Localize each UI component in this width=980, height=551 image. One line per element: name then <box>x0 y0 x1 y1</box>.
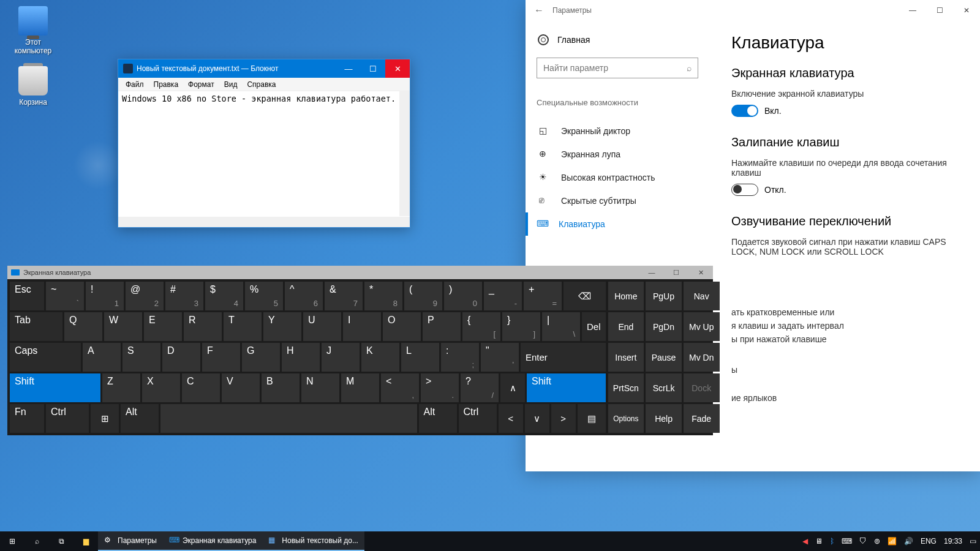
key-j[interactable]: J <box>322 343 360 372</box>
key-quote[interactable]: "' <box>481 343 519 372</box>
key-alt-left[interactable]: Alt <box>121 404 159 433</box>
key-x[interactable]: X <box>142 373 180 402</box>
taskbar-app-notepad[interactable]: ▦Новый текстовый до... <box>262 531 364 551</box>
notepad-text-area[interactable]: Windows 10 x86 no Store - экранная клави… <box>118 91 410 215</box>
key-w[interactable]: W <box>104 312 142 341</box>
task-view-button[interactable]: ⧉ <box>49 531 74 551</box>
tray-clock[interactable]: 19:33 <box>944 537 962 545</box>
key-mvup[interactable]: Mv Up <box>684 312 720 341</box>
key-6[interactable]: ^6 <box>285 282 323 310</box>
key-down[interactable]: ∨ <box>525 404 549 433</box>
key-pgdn[interactable]: PgDn <box>646 312 682 341</box>
menu-file[interactable]: Файл <box>121 79 149 90</box>
key-menu[interactable]: ▤ <box>578 404 606 433</box>
tray-input-icon[interactable]: ⌨ <box>842 537 852 545</box>
key-nav[interactable]: Nav <box>684 282 720 310</box>
key-slash[interactable]: ?/ <box>461 373 499 402</box>
key-h[interactable]: H <box>282 343 320 372</box>
back-button[interactable]: ← <box>526 5 552 16</box>
key-shift-right[interactable]: Shift <box>527 373 606 402</box>
key-options[interactable]: Options <box>608 404 644 433</box>
desktop-icon-recycle-bin[interactable]: Корзина <box>10 66 56 107</box>
key-y[interactable]: Y <box>263 312 301 341</box>
key-g[interactable]: G <box>242 343 280 372</box>
key-shift-left[interactable]: Shift <box>10 373 100 402</box>
key-minus[interactable]: _- <box>484 282 522 310</box>
sticky-keys-toggle[interactable] <box>731 184 758 196</box>
key-home[interactable]: Home <box>608 282 644 310</box>
desktop-icon-this-pc[interactable]: Этот компьютер <box>10 6 56 55</box>
key-9[interactable]: (9 <box>404 282 442 310</box>
key-l[interactable]: L <box>401 343 439 372</box>
sidebar-item-captions[interactable]: ⎚Скрытые субтитры <box>537 189 702 212</box>
taskbar-app-osk[interactable]: ⌨Экранная клавиатура <box>163 531 262 551</box>
key-rbracket[interactable]: }] <box>502 312 540 341</box>
close-button[interactable]: ✕ <box>385 59 410 78</box>
key-3[interactable]: #3 <box>165 282 203 310</box>
key-8[interactable]: *8 <box>364 282 402 310</box>
key-p[interactable]: P <box>423 312 461 341</box>
key-z[interactable]: Z <box>102 373 140 402</box>
tray-volume-icon[interactable]: 🔊 <box>904 537 913 545</box>
key-dock[interactable]: Dock <box>684 373 720 402</box>
file-explorer-button[interactable]: ▆ <box>74 531 98 551</box>
key-fade[interactable]: Fade <box>684 404 720 433</box>
tray-shield-icon[interactable]: ⛉ <box>859 537 867 545</box>
sidebar-item-magnifier[interactable]: ⊕Экранная лупа <box>537 143 702 166</box>
key-esc[interactable]: Esc <box>10 282 44 310</box>
tray-alert-icon[interactable]: ◀ <box>802 537 808 545</box>
maximize-button[interactable]: ☐ <box>361 59 385 78</box>
maximize-button[interactable]: ☐ <box>664 269 688 277</box>
menu-help[interactable]: Справка <box>242 79 281 90</box>
key-alt-right[interactable]: Alt <box>419 404 457 433</box>
key-pgup[interactable]: PgUp <box>646 282 682 310</box>
key-period[interactable]: >. <box>421 373 459 402</box>
close-button[interactable]: ✕ <box>953 0 980 21</box>
key-f[interactable]: F <box>202 343 240 372</box>
key-end[interactable]: End <box>608 312 644 341</box>
start-button[interactable]: ⊞ <box>0 531 24 551</box>
key-backslash[interactable]: |\ <box>542 312 580 341</box>
key-fn[interactable]: Fn <box>10 404 44 433</box>
key-s[interactable]: S <box>123 343 160 372</box>
key-m[interactable]: M <box>341 373 379 402</box>
sidebar-item-narrator[interactable]: ◱Экранный диктор <box>537 119 702 143</box>
osk-toggle[interactable] <box>731 105 758 117</box>
key-u[interactable]: U <box>303 312 341 341</box>
osk-titlebar[interactable]: Экранная клавиатура — ☐ ✕ <box>7 266 713 279</box>
search-button[interactable]: ⌕ <box>24 531 49 551</box>
tray-bluetooth-icon[interactable]: ᛒ <box>830 537 834 545</box>
menu-edit[interactable]: Правка <box>149 79 184 90</box>
key-2[interactable]: @2 <box>126 282 164 310</box>
key-insert[interactable]: Insert <box>608 343 644 372</box>
tray-notifications-icon[interactable]: ▭ <box>970 537 976 545</box>
key-lbracket[interactable]: {[ <box>462 312 500 341</box>
tray-wifi-icon[interactable]: 📶 <box>888 537 897 545</box>
key-q[interactable]: Q <box>64 312 102 341</box>
minimize-button[interactable]: — <box>899 0 926 21</box>
key-del[interactable]: Del <box>582 312 606 341</box>
minimize-button[interactable]: — <box>336 59 361 78</box>
key-help[interactable]: Help <box>646 404 682 433</box>
key-up[interactable]: ∧ <box>500 373 525 402</box>
sidebar-item-keyboard[interactable]: ⌨Клавиатура <box>526 212 702 236</box>
key-equals[interactable]: += <box>524 282 562 310</box>
key-k[interactable]: K <box>361 343 399 372</box>
key-b[interactable]: B <box>262 373 300 402</box>
notepad-titlebar[interactable]: Новый текстовый документ.txt — Блокнот —… <box>118 59 410 78</box>
tray-monitor-icon[interactable]: 🖥 <box>815 537 823 545</box>
key-1[interactable]: !1 <box>86 282 124 310</box>
key-7[interactable]: &7 <box>325 282 363 310</box>
key-semicolon[interactable]: :; <box>441 343 479 372</box>
maximize-button[interactable]: ☐ <box>926 0 953 21</box>
tray-language[interactable]: ENG <box>921 537 937 545</box>
key-c[interactable]: C <box>182 373 220 402</box>
key-comma[interactable]: <, <box>381 373 419 402</box>
key-n[interactable]: N <box>301 373 339 402</box>
key-tilde[interactable]: ~` <box>46 282 84 310</box>
key-space[interactable] <box>160 404 417 433</box>
key-scrlk[interactable]: ScrLk <box>646 373 682 402</box>
key-i[interactable]: I <box>343 312 381 341</box>
settings-search[interactable]: Найти параметр ⌕ <box>537 58 698 78</box>
close-button[interactable]: ✕ <box>688 269 713 277</box>
